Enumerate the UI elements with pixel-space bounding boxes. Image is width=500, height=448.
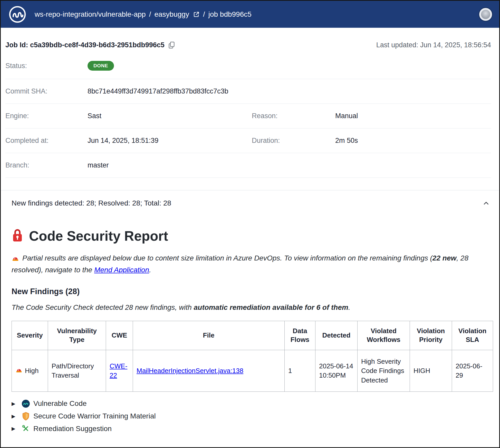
tools-icon [22,425,30,433]
findings-summary-text: New findings detected: 28; Resolved: 28;… [12,199,171,207]
completed-at-value: Jun 14, 2025, 18:51:39 [88,137,252,145]
branch-row: Branch: master [5,153,491,178]
data-flows-cell: 1 [285,350,315,391]
findings-intro: The Code Security Check detected 28 new … [12,303,491,312]
completed-at-label: Completed at: [5,137,88,145]
chevron-up-icon[interactable] [482,199,490,207]
col-data-flows: Data Flows [285,321,315,350]
expander-vulnerable-code[interactable]: ▶ Vulnerable Code [12,397,491,410]
engine-reason-row: Engine: Sast Reason: Manual [5,104,491,128]
severity-value: High [25,366,39,375]
col-violation-priority: Violation Priority [410,321,452,350]
reason-value: Manual [335,112,491,120]
external-link-icon[interactable] [193,11,200,18]
job-header: Job Id: c5a39bdb-ce8f-4d39-b6d3-2951bdb9… [5,41,491,49]
commit-sha-row: Commit SHA: 8bc71e449ff3d749917af298ffb3… [5,79,491,104]
engine-value: Sast [88,112,252,120]
status-label: Status: [5,62,88,70]
breadcrumb-repo[interactable]: ws-repo-integration/vulnerable-app [35,10,146,18]
col-detected: Detected [315,321,358,350]
file-link[interactable]: MailHeaderInjectionServlet.java:138 [137,367,243,375]
job-fields: Status: DONE Commit SHA: 8bc71e449ff3d74… [5,53,491,178]
completed-duration-row: Completed at: Jun 14, 2025, 18:51:39 Dur… [5,128,491,153]
findings-summary-bar: New findings detected: 28; Resolved: 28;… [1,190,499,216]
violation-sla-cell: 2025-06-29 [452,350,493,391]
cwe-cell: CWE-22 [106,350,133,391]
expander-label: Secure Code Warrior Training Material [33,412,156,420]
user-avatar[interactable] [479,8,492,21]
mend-logo-icon[interactable] [8,5,27,24]
triangle-collapsed-icon: ▶ [12,401,18,407]
violation-priority-cell: HIGH [410,350,452,391]
copy-job-id-icon[interactable] [168,41,175,49]
col-violation-sla: Violation SLA [452,321,493,350]
breadcrumb-separator: / [203,10,205,18]
engine-label: Engine: [5,112,88,120]
breadcrumb: ws-repo-integration/vulnerable-app / eas… [35,10,479,18]
new-findings-heading: New Findings (28) [12,287,491,296]
duration-value: 2m 50s [335,137,491,145]
finding-row: High Path/Directory Traversal CWE-22 Mai… [12,350,493,391]
mend-application-link[interactable]: Mend Application [94,266,149,274]
notice-new-count: 22 new [432,254,456,262]
report-title: Code Security Report [29,228,168,244]
breadcrumb-job: job bdb996c5 [208,10,252,18]
violated-workflows-cell: High Severity Code Findings Detected [358,350,410,391]
siren-icon [15,366,23,376]
col-vulnerability-type: Vulnerability Type [48,321,106,350]
vulnerability-type-cell: Path/Directory Traversal [48,350,106,391]
triangle-collapsed-icon: ▶ [12,413,18,419]
red-lock-icon [12,228,23,244]
severity-cell: High [12,350,48,391]
status-badge: DONE [88,61,114,71]
col-violated-workflows: Violated Workflows [358,321,410,350]
commit-sha-value: 8bc71e449ff3d749917af298ffb37bd83fcc7c3b [88,87,491,95]
page: ws-repo-integration/vulnerable-app / eas… [0,0,500,448]
findings-table: Severity Vulnerability Type CWE File Dat… [12,321,493,392]
col-cwe: CWE [106,321,133,350]
report-title-row: Code Security Report [12,228,491,244]
branch-label: Branch: [5,161,88,169]
mend-globe-icon [22,399,30,408]
expander-remediation-suggestion[interactable]: ▶ Remediation Suggestion [12,423,491,435]
reason-label: Reason: [252,112,335,120]
duration-label: Duration: [252,137,335,145]
branch-value: master [88,161,491,169]
partial-results-notice: Partial results are displayed below due … [12,253,484,275]
triangle-collapsed-icon: ▶ [12,426,18,432]
top-navbar: ws-repo-integration/vulnerable-app / eas… [1,1,499,28]
finding-expanders: ▶ Vulnerable Code ▶ Secure Co [12,397,491,435]
status-row: Status: DONE [5,53,491,79]
last-updated: Last updated: Jun 14, 2025, 18:56:54 [376,41,491,49]
breadcrumb-separator: / [149,10,151,18]
expander-label: Vulnerable Code [33,399,87,408]
job-details-card: Job Id: c5a39bdb-ce8f-4d39-b6d3-2951bdb9… [1,41,499,178]
col-file: File [133,321,285,350]
table-header-row: Severity Vulnerability Type CWE File Dat… [12,321,493,350]
warning-siren-icon [12,254,19,265]
col-severity: Severity [12,321,48,350]
code-security-report: Code Security Report Partial results are… [1,228,499,435]
commit-sha-label: Commit SHA: [5,87,88,95]
job-id-label: Job Id: c5a39bdb-ce8f-4d39-b6d3-2951bdb9… [5,41,165,49]
expander-secure-code-warrior[interactable]: ▶ Secure Code Warrior Training Material [12,410,491,423]
breadcrumb-project[interactable]: easybuggy [154,10,189,18]
shield-icon [22,412,30,421]
file-cell: MailHeaderInjectionServlet.java:138 [133,350,285,391]
cwe-link[interactable]: CWE-22 [110,362,127,379]
detected-cell: 2025-06-14 10:50PM [315,350,358,391]
job-id-value: c5a39bdb-ce8f-4d39-b6d3-2951bdb996c5 [30,41,165,49]
expander-label: Remediation Suggestion [33,425,112,433]
